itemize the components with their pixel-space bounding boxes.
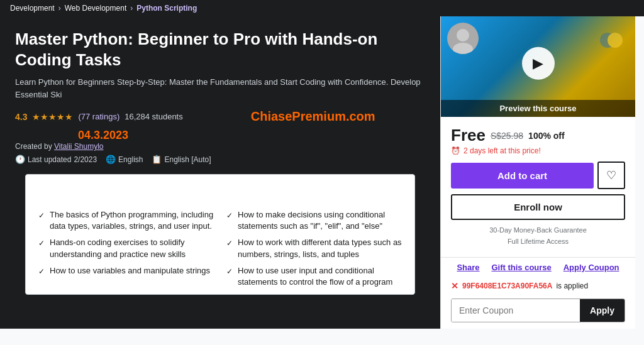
globe-icon: 🌐: [106, 155, 116, 164]
main-layout: Master Python: Beginner to Pro with Hand…: [0, 16, 644, 329]
rating-row: 4.3 ★★★★★ (77 ratings) 16,284 students C…: [15, 108, 425, 125]
language-label: English: [118, 155, 143, 164]
coupon-input-row: Apply: [451, 298, 625, 322]
captions-label: English [Auto]: [164, 155, 211, 164]
check-icon-6: ✓: [226, 266, 233, 277]
share-row: Share Gift this course Apply Coupon: [441, 257, 635, 277]
add-to-cart-button[interactable]: Add to cart: [451, 163, 594, 189]
apply-coupon-link[interactable]: Apply Coupon: [564, 263, 619, 272]
coupon-applied-text: is applied: [556, 282, 588, 290]
rating-number: 4.3: [15, 112, 27, 122]
preview-thumbnail[interactable]: ▶ Preview this course: [441, 16, 635, 117]
learn-item-6-text: How to use user input and conditional st…: [238, 265, 402, 288]
learn-item-6: ✓ How to use user input and conditional …: [226, 265, 402, 288]
breadcrumb-item-3[interactable]: Python Scripting: [136, 4, 197, 13]
clock-icon: 🕐: [15, 155, 25, 164]
wishlist-button[interactable]: ♡: [597, 162, 625, 189]
learn-section-title: What you'll learn: [38, 187, 402, 200]
enroll-now-button[interactable]: Enroll now: [451, 194, 625, 220]
right-panel: ▶ Preview this course Free S$25.98 100% …: [440, 16, 635, 329]
svg-point-0: [457, 29, 469, 41]
original-price: S$25.98: [491, 131, 523, 141]
check-icon-2: ✓: [38, 238, 45, 249]
instructor-avatar: [447, 23, 479, 54]
learn-item-4-text: How to make decisions using conditional …: [238, 209, 402, 232]
captions-icon: 📋: [152, 155, 162, 164]
learn-col-left: ✓ The basics of Python programming, incl…: [38, 209, 214, 288]
remove-coupon-button[interactable]: ✕: [451, 281, 458, 291]
play-button[interactable]: ▶: [522, 47, 555, 80]
timer-icon: ⏰: [451, 146, 460, 155]
creator-label: Created by: [15, 142, 52, 151]
guarantee-line1: 30-Day Money-Back Guarantee: [451, 225, 625, 236]
check-icon-5: ✓: [226, 238, 233, 249]
coupon-applied-row: ✕ 99F6408E1C73A90FA56A is applied: [441, 277, 635, 295]
watermark-site: ChiasePremium.com: [251, 109, 375, 124]
last-updated: 🕐 Last updated 2/2023: [15, 155, 97, 164]
captions-meta: 📋 English [Auto]: [152, 155, 211, 164]
learn-item-5-text: How to work with different data types su…: [238, 237, 402, 260]
coupon-input[interactable]: [452, 299, 580, 322]
breadcrumb-item-2[interactable]: Web Development: [65, 4, 127, 13]
student-count: 16,284 students: [125, 112, 183, 121]
price-discount: 100% off: [528, 131, 565, 141]
breadcrumb-item-1[interactable]: Development: [10, 4, 55, 13]
rating-count: (77 ratings): [78, 112, 119, 121]
learn-col-right: ✓ How to make decisions using conditiona…: [226, 209, 402, 288]
learn-grid: ✓ The basics of Python programming, incl…: [38, 209, 402, 288]
breadcrumb-sep-2: ›: [130, 4, 133, 13]
creator-link[interactable]: Vitalii Shumylo: [54, 142, 103, 151]
share-link[interactable]: Share: [457, 263, 479, 272]
learn-item-1: ✓ The basics of Python programming, incl…: [38, 209, 214, 232]
meta-row: 🕐 Last updated 2/2023 🌐 English 📋 Englis…: [15, 155, 425, 164]
language-meta: 🌐 English: [106, 155, 143, 164]
last-updated-label: Last updated: [28, 155, 71, 164]
preview-label: Preview this course: [441, 100, 635, 117]
learn-section: What you'll learn ✓ The basics of Python…: [25, 174, 415, 295]
course-title: Master Python: Beginner to Pro with Hand…: [15, 29, 425, 70]
gift-course-link[interactable]: Gift this course: [491, 263, 551, 272]
learn-item-1-text: The basics of Python programming, includ…: [50, 209, 214, 232]
svg-point-3: [608, 33, 623, 48]
check-icon-3: ✓: [38, 266, 45, 277]
learn-item-3-text: How to use variables and manipulate stri…: [50, 265, 210, 277]
guarantee-text: 30-Day Money-Back Guarantee Full Lifetim…: [451, 225, 625, 247]
left-panel: Master Python: Beginner to Pro with Hand…: [0, 16, 440, 329]
timer-text: 2 days left at this price!: [464, 146, 541, 155]
last-updated-value: 2/2023: [74, 155, 97, 164]
learn-item-2-text: Hands-on coding exercises to solidify un…: [50, 237, 214, 260]
apply-coupon-button[interactable]: Apply: [580, 299, 625, 322]
learn-item-4: ✓ How to make decisions using conditiona…: [226, 209, 402, 232]
price-section: Free S$25.98 100% off ⏰ 2 days left at t…: [441, 117, 635, 257]
stars: ★★★★★: [32, 112, 73, 122]
watermark-date: 04.3.2023: [78, 129, 425, 142]
breadcrumb: Development › Web Development › Python S…: [0, 0, 644, 16]
timer-row: ⏰ 2 days left at this price!: [451, 146, 625, 155]
svg-point-1: [453, 43, 473, 54]
price-free: Free: [451, 126, 486, 145]
creator-row: Created by Vitalii Shumylo: [15, 142, 425, 151]
guarantee-line2: Full Lifetime Access: [451, 236, 625, 248]
learn-item-5: ✓ How to work with different data types …: [226, 237, 402, 260]
learn-item-3: ✓ How to use variables and manipulate st…: [38, 265, 214, 277]
check-icon-1: ✓: [38, 211, 45, 221]
price-row: Free S$25.98 100% off: [451, 126, 625, 145]
coupon-code: 99F6408E1C73A90FA56A: [462, 282, 552, 290]
course-description: Learn Python for Beginners Step-by-Step:…: [15, 76, 425, 101]
cart-row: Add to cart ♡: [451, 162, 625, 189]
check-icon-4: ✓: [226, 211, 233, 221]
breadcrumb-sep-1: ›: [58, 4, 61, 13]
wishlist-icon: ♡: [606, 168, 616, 182]
learn-item-2: ✓ Hands-on coding exercises to solidify …: [38, 237, 214, 260]
